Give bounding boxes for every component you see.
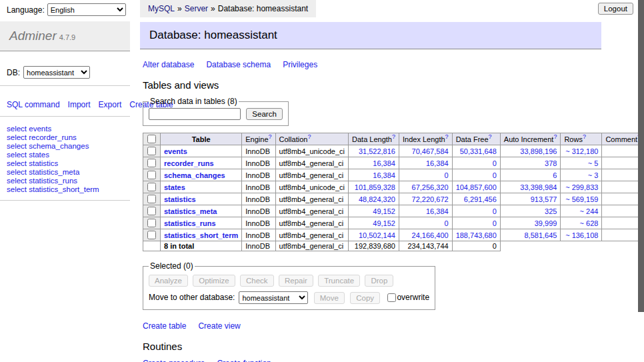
index-length-link[interactable]: 70,467,584 — [412, 147, 449, 155]
select-all-checkbox[interactable] — [147, 135, 156, 143]
help-icon[interactable]: ? — [392, 133, 395, 140]
logout-button[interactable]: Logout — [598, 3, 633, 15]
data-free-link[interactable]: 0 — [493, 219, 497, 227]
auto-increment-link[interactable]: 33,398,984 — [520, 183, 557, 191]
rows-count-link[interactable]: ~ 5 — [588, 159, 599, 167]
sidebar-table-link-statistics[interactable]: statistics — [29, 159, 58, 167]
table-name-link[interactable]: recorder_runs — [164, 159, 214, 167]
create-function-link[interactable]: Create function — [217, 359, 271, 362]
row-checkbox[interactable] — [147, 231, 156, 239]
table-name-link[interactable]: schema_changes — [164, 171, 225, 179]
auto-increment-link[interactable]: 6 — [553, 171, 557, 179]
table-name-link[interactable]: events — [164, 147, 187, 155]
data-length-link[interactable]: 101,859,328 — [355, 183, 395, 191]
select-link[interactable]: select — [7, 125, 27, 133]
row-checkbox[interactable] — [147, 195, 156, 203]
database-schema-link[interactable]: Database schema — [206, 60, 271, 69]
overwrite-label[interactable]: overwrite — [397, 293, 429, 302]
index-length-link[interactable]: 0 — [445, 219, 449, 227]
data-free-link[interactable]: 50,331,648 — [460, 147, 497, 155]
data-free-link[interactable]: 104,857,600 — [456, 183, 497, 191]
index-length-link[interactable]: 16,384 — [426, 159, 449, 167]
sidebar-link-export[interactable]: Export — [99, 100, 122, 109]
index-length-link[interactable]: 24,166,400 — [412, 231, 449, 239]
auto-increment-link[interactable]: 325 — [545, 207, 557, 215]
db-select[interactable]: homeassistant — [23, 66, 90, 79]
optimize-button[interactable]: Optimize — [193, 275, 235, 287]
help-icon[interactable]: ? — [553, 133, 557, 140]
help-icon[interactable]: ? — [307, 133, 311, 140]
rows-count-link[interactable]: ~ 244 — [580, 207, 599, 215]
breadcrumb-server-link[interactable]: Server — [185, 4, 208, 13]
help-icon[interactable]: ? — [583, 133, 586, 140]
sidebar-link-import[interactable]: Import — [68, 100, 91, 109]
help-icon[interactable]: ? — [445, 133, 449, 140]
select-link[interactable]: select — [7, 142, 27, 150]
select-link[interactable]: select — [7, 185, 27, 193]
move-button[interactable]: Move — [314, 292, 345, 304]
select-link[interactable]: select — [7, 159, 27, 167]
row-checkbox[interactable] — [147, 159, 156, 167]
data-free-link[interactable]: 188,743,680 — [456, 231, 497, 239]
auto-increment-link[interactable]: 39,999 — [535, 219, 557, 227]
rows-count-link[interactable]: ~ 312,180 — [565, 147, 598, 155]
copy-button[interactable]: Copy — [350, 292, 380, 304]
check-button[interactable]: Check — [240, 275, 274, 287]
row-checkbox[interactable] — [147, 171, 156, 179]
row-checkbox[interactable] — [147, 207, 156, 215]
auto-increment-link[interactable]: 913,577 — [531, 195, 557, 203]
data-length-link[interactable]: 31,522,816 — [359, 147, 395, 155]
search-input[interactable] — [149, 108, 241, 120]
sidebar-table-link-statistics-runs[interactable]: statistics_runs — [29, 177, 77, 185]
rows-count-link[interactable]: ~ 136,108 — [565, 231, 598, 239]
rows-count-link[interactable]: ~ 628 — [580, 219, 599, 227]
data-length-link[interactable]: 49,152 — [373, 219, 395, 227]
search-button[interactable]: Search — [246, 108, 282, 120]
table-name-link[interactable]: states — [164, 183, 185, 191]
data-free-link[interactable]: 0 — [493, 171, 497, 179]
index-length-link[interactable]: 0 — [445, 171, 449, 179]
privileges-link[interactable]: Privileges — [283, 60, 317, 69]
sidebar-table-link-events[interactable]: events — [29, 125, 51, 133]
table-name-link[interactable]: statistics — [164, 195, 196, 203]
analyze-button[interactable]: Analyze — [149, 275, 188, 287]
table-name-link[interactable]: statistics_meta — [164, 207, 217, 215]
table-name-link[interactable]: statistics_runs — [164, 219, 216, 227]
select-link[interactable]: select — [7, 177, 27, 185]
sidebar-table-link-statistics-short-term[interactable]: statistics_short_term — [29, 185, 99, 193]
sidebar-table-link-statistics-meta[interactable]: statistics_meta — [29, 168, 79, 176]
index-length-link[interactable]: 72,220,672 — [412, 195, 449, 203]
row-checkbox[interactable] — [147, 219, 156, 227]
rows-count-link[interactable]: ~ 3 — [588, 171, 599, 179]
sidebar-table-link-states[interactable]: states — [29, 151, 49, 159]
select-link[interactable]: select — [7, 168, 27, 176]
index-length-link[interactable]: 16,384 — [426, 207, 449, 215]
create-view-link[interactable]: Create view — [198, 321, 240, 331]
data-length-link[interactable]: 10,502,144 — [359, 231, 395, 239]
select-link[interactable]: select — [7, 133, 27, 141]
truncate-button[interactable]: Truncate — [318, 275, 360, 287]
row-checkbox[interactable] — [147, 183, 156, 191]
data-length-link[interactable]: 16,384 — [373, 171, 395, 179]
help-icon[interactable]: ? — [269, 133, 272, 140]
create-table-link[interactable]: Create table — [143, 321, 186, 331]
index-length-link[interactable]: 67,256,320 — [412, 183, 449, 191]
sidebar-table-link-recorder-runs[interactable]: recorder_runs — [29, 133, 77, 141]
sidebar-link-sql-command[interactable]: SQL command — [7, 100, 60, 109]
sidebar-table-link-schema-changes[interactable]: schema_changes — [29, 142, 89, 150]
data-free-link[interactable]: 0 — [493, 207, 497, 215]
auto-increment-link[interactable]: 378 — [545, 159, 557, 167]
select-link[interactable]: select — [7, 151, 27, 159]
row-checkbox[interactable] — [147, 147, 156, 155]
data-length-link[interactable]: 16,384 — [373, 159, 395, 167]
table-name-link[interactable]: statistics_short_term — [164, 231, 238, 239]
rows-count-link[interactable]: ~ 299,833 — [565, 183, 598, 191]
drop-button[interactable]: Drop — [365, 275, 393, 287]
alter-database-link[interactable]: Alter database — [143, 60, 194, 69]
data-free-link[interactable]: 6,291,456 — [464, 195, 497, 203]
overwrite-checkbox[interactable] — [387, 293, 396, 302]
data-length-link[interactable]: 48,824,320 — [359, 195, 395, 203]
scrollbar-thumb[interactable] — [638, 0, 644, 312]
repair-button[interactable]: Repair — [279, 275, 313, 287]
move-database-select[interactable]: homeassistant — [239, 291, 308, 304]
